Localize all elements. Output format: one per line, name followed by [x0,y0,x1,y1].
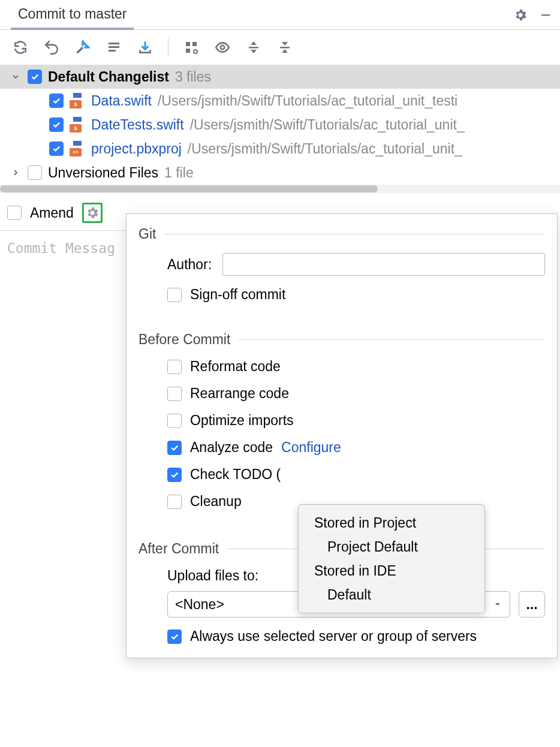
file-path: /Users/jsmith/Swift/Tutorials/ac_tutoria… [158,93,457,109]
file-checkbox[interactable] [49,118,64,132]
file-name: Data.swift [91,93,152,109]
tab-label: Commit to master [18,6,127,22]
signoff-label: Sign-off commit [190,287,285,303]
title-bar: Commit to master [0,0,560,30]
file-checkbox[interactable] [49,141,64,156]
amend-row: Amend [0,193,126,231]
submenu-stored-project[interactable]: Stored in Project [299,511,484,535]
horizontal-scrollbar[interactable] [0,185,560,193]
configure-submenu: Stored in Project Project Default Stored… [298,504,485,613]
svg-point-8 [221,46,225,50]
chevron-down-icon [493,600,502,609]
changelist-label: Default Changelist [48,69,169,85]
cleanup-label: Cleanup [190,493,242,510]
author-label: Author: [167,257,212,273]
always-use-label: Always use selected server or group of s… [190,628,477,644]
swift-file-icon: s [70,93,85,109]
rearrange-label: Rearrange code [190,385,289,402]
unversioned-label: Unversioned Files [48,165,158,181]
shelve-icon[interactable] [136,38,155,57]
submenu-project-default[interactable]: Project Default [299,535,484,559]
svg-rect-0 [541,14,550,16]
svg-rect-1 [109,43,119,44]
file-path: /Users/jsmith/Swift/Tutorials/ac_tutoria… [190,117,465,133]
toolbar [0,30,560,65]
analyze-checkbox[interactable] [167,441,182,455]
reformat-checkbox[interactable] [167,360,182,374]
svg-rect-5 [192,42,197,46]
author-input[interactable] [222,253,545,276]
changelist-icon[interactable] [104,38,124,57]
scrollbar-thumb[interactable] [0,185,378,192]
file-row[interactable]: s Data.swift /Users/jsmith/Swift/Tutoria… [0,89,560,113]
changelist-checkbox[interactable] [28,70,42,84]
rollback-icon[interactable] [42,38,61,57]
svg-rect-3 [109,50,116,52]
svg-rect-2 [109,46,119,48]
chevron-right-icon[interactable] [10,167,22,179]
svg-rect-6 [186,49,190,53]
file-row[interactable]: s DateTests.swift /Users/jsmith/Swift/Tu… [0,113,560,137]
file-name: project.pbxproj [91,141,182,157]
file-name: DateTests.swift [91,117,184,133]
rearrange-checkbox[interactable] [167,387,182,401]
submenu-default[interactable]: Default [299,583,484,607]
file-path: /Users/jsmith/Swift/Tutorials/ac_tutoria… [188,141,462,157]
amend-checkbox[interactable] [7,206,22,220]
section-git: Git [139,226,545,242]
minimize-icon[interactable] [537,7,554,23]
gear-icon[interactable] [512,7,529,23]
analyze-label: Analyze code [190,439,273,456]
optimize-label: Optimize imports [190,412,294,429]
submenu-stored-ide[interactable]: Stored in IDE [299,559,484,583]
unversioned-count: 1 file [164,165,194,181]
svg-rect-9 [249,47,258,49]
svg-point-7 [194,50,197,53]
changes-tree: Default Changelist 3 files s Data.swift … [0,65,560,185]
group-by-icon[interactable] [182,38,201,57]
file-checkbox[interactable] [49,94,64,108]
preview-diff-icon[interactable] [213,38,232,57]
unversioned-checkbox[interactable] [28,165,42,180]
swift-file-icon: s [70,117,85,132]
chevron-down-icon[interactable] [10,71,22,83]
svg-rect-10 [280,47,290,49]
upload-browse-button[interactable]: ... [519,591,545,618]
default-changelist-row[interactable]: Default Changelist 3 files [0,65,560,89]
unversioned-row[interactable]: Unversioned Files 1 file [0,161,560,185]
xml-file-icon: <> [70,141,85,156]
amend-label: Amend [30,205,74,221]
collapse-all-icon[interactable] [275,38,294,57]
commit-options-gear[interactable] [82,203,103,223]
always-use-checkbox[interactable] [167,629,182,644]
svg-rect-4 [186,42,190,46]
signoff-checkbox[interactable] [167,288,182,302]
file-row[interactable]: <> project.pbxproj /Users/jsmith/Swift/T… [0,137,560,161]
reformat-label: Reformat code [190,359,281,375]
check-todo-label: Check TODO ( [190,466,281,483]
expand-all-icon[interactable] [244,38,263,57]
tab-commit[interactable]: Commit to master [0,0,140,29]
jump-to-source-icon[interactable] [73,38,92,57]
refresh-icon[interactable] [11,38,30,57]
cleanup-checkbox[interactable] [167,495,182,509]
analyze-configure-link[interactable]: Configure [281,439,341,456]
section-before-commit: Before Commit [139,332,545,348]
upload-value: <None> [175,597,224,613]
changelist-count: 3 files [175,69,211,85]
check-todo-checkbox[interactable] [167,468,182,482]
optimize-checkbox[interactable] [167,414,182,428]
